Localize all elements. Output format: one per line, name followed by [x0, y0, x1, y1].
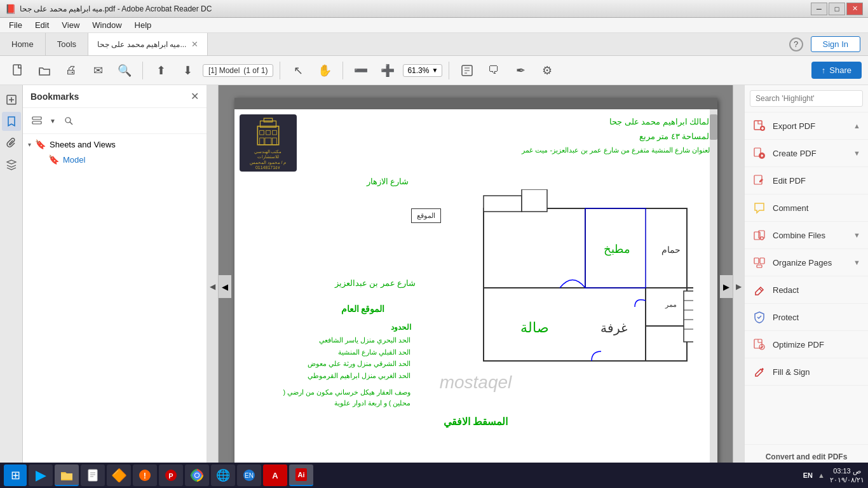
tool-organize-pages-expand[interactable]: ▼ — [853, 259, 860, 266]
zoom-in-button[interactable]: ➕ — [376, 59, 399, 82]
menu-help[interactable]: Help — [128, 19, 158, 31]
taskbar-app2-button[interactable]: P — [159, 464, 183, 486]
taskbar-autocad-button[interactable]: A — [263, 464, 287, 486]
right-panel-search-area — [745, 85, 868, 112]
menu-edit[interactable]: Edit — [29, 19, 55, 31]
sign-button[interactable]: ✒ — [509, 59, 532, 82]
svg-text:Ai: Ai — [298, 471, 305, 478]
close-button[interactable]: ✕ — [846, 3, 863, 15]
zoom-level[interactable]: 61.3% ▼ — [403, 64, 442, 77]
fill-sign-icon — [752, 365, 766, 379]
more-tools-button[interactable]: ⚙ — [536, 59, 559, 82]
toolbar-separator-4 — [449, 62, 449, 79]
owner-line: المالك ابراهيم محمد على جحا — [303, 114, 712, 129]
taskbar-start-button[interactable]: ⊞ — [4, 464, 27, 486]
clock-time: 03:13 ص — [830, 466, 864, 475]
strip-attach-button[interactable] — [2, 133, 21, 152]
boundaries-title: الحدود — [271, 323, 411, 332]
panel-dropdown-arrow[interactable]: ▼ — [50, 118, 56, 125]
taskbar-vlc-button[interactable]: 🔶 — [107, 464, 131, 486]
panel-view-toggle[interactable] — [28, 112, 46, 130]
share-label: Share — [829, 65, 851, 75]
tool-edit-pdf[interactable]: Edit PDF — [745, 167, 868, 194]
open-button[interactable] — [33, 59, 56, 82]
right-search-input[interactable] — [750, 90, 863, 107]
help-icon[interactable]: ? — [789, 37, 803, 51]
sheets-and-views-item[interactable]: ▾ 🔖 Sheets and Views — [23, 137, 207, 152]
doc-scrollbar[interactable] — [710, 109, 717, 475]
page-model-label: [1] Model — [208, 66, 240, 75]
menu-window[interactable]: Window — [86, 19, 128, 31]
svg-rect-14 — [272, 130, 276, 135]
tool-fill-sign[interactable]: Fill & Sign — [745, 358, 868, 386]
new-document-button[interactable] — [6, 59, 29, 82]
sign-in-button[interactable]: Sign In — [811, 36, 860, 52]
clock-date: ٢٠١٩/٠٨/٢١ — [830, 475, 864, 484]
select-tool-button[interactable]: ↖ — [287, 59, 309, 82]
comment-markup-button[interactable]: 🗨 — [482, 59, 505, 82]
zoom-dropdown-icon[interactable]: ▼ — [431, 67, 438, 74]
svg-rect-13 — [266, 130, 270, 135]
collapse-left-button[interactable]: ◀ — [207, 85, 219, 488]
tool-combine-files[interactable]: Combine Files ▼ — [745, 222, 868, 249]
create-pdf-icon — [752, 146, 766, 160]
menu-file[interactable]: File — [3, 19, 29, 31]
tab-home[interactable]: Home — [0, 33, 46, 55]
tab-close-button[interactable]: ✕ — [191, 39, 198, 49]
email-button[interactable]: ✉ — [86, 59, 109, 82]
collapse-right-button[interactable]: ▶ — [733, 85, 744, 488]
zoom-out-button[interactable]: ➖ — [349, 59, 372, 82]
minimize-button[interactable]: ─ — [811, 3, 827, 15]
markup-mode-button[interactable] — [456, 59, 478, 82]
svg-rect-15 — [259, 138, 264, 145]
prev-view-button[interactable]: ⬆ — [149, 59, 172, 82]
taskbar-notepad-button[interactable] — [81, 464, 105, 486]
strip-bookmarks-button[interactable] — [2, 112, 21, 131]
taskbar-chrome-button[interactable] — [185, 464, 209, 486]
taskbar-firefox-button[interactable]: 🌐 — [211, 464, 235, 486]
tool-optimize-pdf[interactable]: Optimize PDF — [745, 331, 868, 358]
doc-scroll-area[interactable]: المالك ابراهيم محمد على جحا المساحة ٤٣ م… — [219, 85, 733, 488]
taskbar-app1-button[interactable]: ! — [133, 464, 157, 486]
scroll-left-button[interactable]: ◀ — [219, 275, 231, 298]
tool-create-pdf[interactable]: Create PDF ▼ — [745, 140, 868, 167]
svg-rect-0 — [13, 65, 21, 75]
strip-layers-button[interactable] — [2, 155, 21, 174]
panel-search-button[interactable] — [60, 112, 78, 130]
scroll-right-button[interactable]: ▶ — [720, 275, 733, 298]
page-info: [1] Model (1 of 1) — [203, 64, 273, 77]
menu-view[interactable]: View — [55, 19, 86, 31]
scrollbar-thumb[interactable] — [710, 114, 717, 140]
svg-text:مطبخ: مطبخ — [604, 243, 630, 256]
sheets-and-views-label: Sheets and Views — [50, 140, 116, 149]
export-pdf-icon — [752, 119, 766, 133]
tool-organize-pages[interactable]: Organize Pages ▼ — [745, 249, 868, 276]
tool-combine-files-expand[interactable]: ▼ — [853, 231, 860, 239]
tool-export-pdf-expand[interactable]: ▲ — [853, 122, 860, 130]
strip-create-button[interactable] — [2, 90, 21, 109]
building-logo-icon — [252, 116, 284, 147]
left-panel-close-button[interactable]: ✕ — [191, 90, 199, 102]
tool-protect[interactable]: Protect — [745, 304, 868, 331]
hand-tool-button[interactable]: ✋ — [313, 59, 336, 82]
model-item[interactable]: 🔖 Model — [23, 152, 207, 167]
next-view-button[interactable]: ⬇ — [176, 59, 199, 82]
taskbar-acrobat-button[interactable]: Ai — [289, 464, 313, 486]
taskbar-app3-button[interactable]: EN — [237, 464, 261, 486]
find-button[interactable]: 🔍 — [113, 59, 136, 82]
tool-comment[interactable]: Comment — [745, 194, 868, 222]
left-panel: Bookmarks ✕ ▼ ▾ 🔖 Sheets and Views — [23, 85, 207, 488]
tool-create-pdf-expand[interactable]: ▼ — [853, 149, 860, 157]
taskbar-folder-button[interactable] — [55, 464, 79, 486]
taskbar-clock: 03:13 ص ٢٠١٩/٠٨/٢١ — [830, 466, 864, 485]
tool-redact[interactable]: Redact — [745, 276, 868, 304]
floor-plan-section: شارع الازهار الموقع شارع عمر بن عبدالعزي… — [240, 177, 712, 431]
maximize-button[interactable]: □ — [829, 3, 845, 15]
print-button[interactable]: 🖨 — [60, 59, 83, 82]
boundary1: الحد البحري منزل ياسر الشافعي — [271, 334, 411, 346]
taskbar-media-button[interactable]: ▶ — [29, 464, 53, 486]
tab-tools[interactable]: Tools — [46, 33, 88, 55]
share-button[interactable]: ↑ Share — [811, 62, 862, 79]
tool-export-pdf[interactable]: Export PDF ▲ — [745, 112, 868, 140]
boundaries-list: الحد البحري منزل ياسر الشافعي الحد القبل… — [271, 334, 411, 382]
